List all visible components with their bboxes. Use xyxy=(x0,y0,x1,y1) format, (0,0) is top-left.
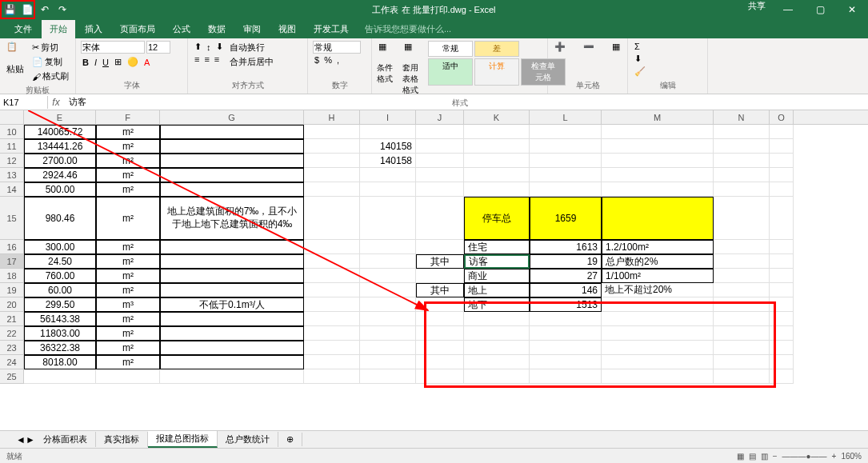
cell[interactable] xyxy=(714,355,770,369)
cell[interactable]: m² xyxy=(96,283,160,297)
cell[interactable] xyxy=(530,341,602,355)
cell[interactable] xyxy=(160,269,304,283)
cell[interactable] xyxy=(714,312,770,326)
font-name-select[interactable] xyxy=(81,41,145,54)
cell[interactable]: m² xyxy=(96,168,160,182)
cell[interactable]: 60.00 xyxy=(24,283,96,297)
row-header[interactable]: 22 xyxy=(0,326,23,341)
cell[interactable] xyxy=(360,168,416,182)
cell[interactable]: 住宅 xyxy=(464,240,530,254)
cell[interactable] xyxy=(160,341,304,355)
tab-file[interactable]: 文件 xyxy=(6,20,40,38)
view-break-button[interactable]: ▥ xyxy=(761,452,768,461)
cell[interactable] xyxy=(360,269,416,283)
add-sheet-button[interactable]: ⊕ xyxy=(278,433,302,446)
tab-view[interactable]: 视图 xyxy=(270,20,304,38)
cell[interactable] xyxy=(160,154,304,168)
cell[interactable] xyxy=(530,326,602,341)
col-header[interactable]: K xyxy=(464,110,530,124)
cell[interactable] xyxy=(416,197,464,240)
cell[interactable] xyxy=(714,139,770,154)
cell[interactable]: 停车总 xyxy=(464,197,530,240)
cell[interactable] xyxy=(360,355,416,369)
cell[interactable] xyxy=(714,369,770,384)
cell[interactable]: 地上 xyxy=(464,283,530,297)
cell[interactable] xyxy=(160,254,304,269)
style-calc[interactable]: 计算 xyxy=(474,58,519,86)
cut-button[interactable]: ✂ 剪切 xyxy=(30,41,70,54)
cell[interactable] xyxy=(714,125,770,139)
cell[interactable] xyxy=(360,182,416,197)
cell[interactable]: 8018.00 xyxy=(24,355,96,369)
cell[interactable] xyxy=(360,283,416,297)
cell[interactable] xyxy=(530,139,602,154)
tell-me-search[interactable]: 告诉我您想要做什么... xyxy=(358,20,458,38)
underline-button[interactable]: U xyxy=(101,56,110,68)
cell[interactable] xyxy=(770,139,794,154)
font-size-select[interactable] xyxy=(146,41,170,54)
cell[interactable] xyxy=(360,297,416,312)
cell[interactable] xyxy=(602,197,714,240)
cell[interactable] xyxy=(360,197,416,240)
align-middle-button[interactable]: ↕ xyxy=(205,41,213,53)
col-header[interactable]: F xyxy=(96,110,160,124)
cell[interactable] xyxy=(714,283,770,297)
cell[interactable]: 300.00 xyxy=(24,240,96,254)
number-format-select[interactable] xyxy=(313,41,361,54)
cell[interactable] xyxy=(160,326,304,341)
cell[interactable] xyxy=(304,182,360,197)
tab-nav-next[interactable]: ► xyxy=(26,434,35,445)
view-layout-button[interactable]: ▤ xyxy=(749,452,756,461)
cell[interactable] xyxy=(464,326,530,341)
cell[interactable]: m² xyxy=(96,154,160,168)
cell[interactable] xyxy=(464,369,530,384)
cell[interactable]: 299.50 xyxy=(24,297,96,312)
cell[interactable]: m² xyxy=(96,139,160,154)
column-headers[interactable]: EFGHIJKLMNO xyxy=(24,110,868,125)
cell[interactable] xyxy=(770,254,794,269)
cell[interactable] xyxy=(602,341,714,355)
cell[interactable] xyxy=(464,139,530,154)
cell[interactable] xyxy=(160,312,304,326)
cell[interactable] xyxy=(416,297,464,312)
align-top-button[interactable]: ⬆ xyxy=(193,41,203,53)
cell[interactable] xyxy=(360,326,416,341)
copy-button[interactable]: 📄 复制 xyxy=(30,55,70,69)
cell[interactable] xyxy=(160,139,304,154)
cell[interactable] xyxy=(160,355,304,369)
cell[interactable]: 36322.38 xyxy=(24,341,96,355)
cell[interactable]: 56143.38 xyxy=(24,312,96,326)
cell[interactable] xyxy=(602,139,714,154)
border-button[interactable]: ⊞ xyxy=(113,56,123,68)
cell[interactable] xyxy=(304,369,360,384)
cell[interactable]: 2924.46 xyxy=(24,168,96,182)
cell[interactable] xyxy=(602,312,714,326)
cell[interactable] xyxy=(416,369,464,384)
conditional-format-button[interactable]: ▦ xyxy=(377,41,399,62)
col-header[interactable]: G xyxy=(160,110,304,124)
select-all-corner[interactable] xyxy=(0,110,24,125)
cell[interactable] xyxy=(464,154,530,168)
table-format-button[interactable]: ▦ xyxy=(402,41,425,62)
cell[interactable]: 19 xyxy=(530,254,602,269)
cell[interactable] xyxy=(530,168,602,182)
col-header[interactable]: J xyxy=(416,110,464,124)
cell[interactable] xyxy=(416,168,464,182)
tab-insert[interactable]: 插入 xyxy=(77,20,110,38)
row-header[interactable]: 20 xyxy=(0,297,23,312)
cell[interactable] xyxy=(160,125,304,139)
cell[interactable] xyxy=(304,312,360,326)
cell[interactable]: 1659 xyxy=(530,197,602,240)
cell[interactable]: m² xyxy=(96,341,160,355)
paste-button[interactable]: 📋 xyxy=(5,41,27,62)
style-good[interactable]: 适中 xyxy=(428,58,473,86)
cell[interactable] xyxy=(602,125,714,139)
cell[interactable] xyxy=(360,240,416,254)
cell[interactable] xyxy=(416,341,464,355)
cell[interactable] xyxy=(464,341,530,355)
row-header[interactable]: 25 xyxy=(0,369,23,384)
cell[interactable]: 980.46 xyxy=(24,197,96,240)
cell[interactable] xyxy=(360,369,416,384)
cell[interactable] xyxy=(714,341,770,355)
cell[interactable] xyxy=(602,297,714,312)
